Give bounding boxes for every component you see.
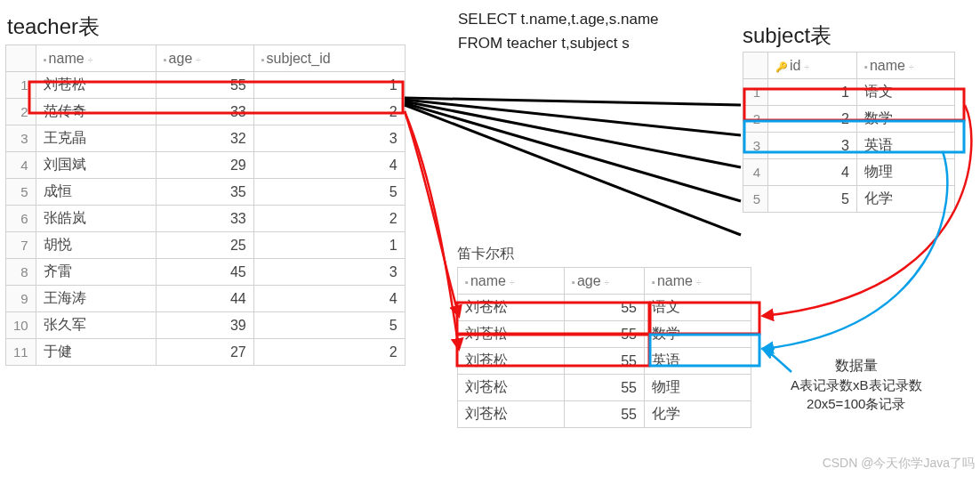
table-header-row: 🔑id÷ ▪name÷: [743, 53, 955, 79]
join-line: [405, 98, 741, 105]
table-row: 1刘苍松551: [6, 72, 406, 99]
join-line: [405, 103, 741, 201]
data-volume-line2: 20x5=100条记录: [791, 394, 922, 413]
teacher-table-title: teacher表: [7, 12, 100, 41]
table-row: 刘苍松55物理: [458, 375, 751, 401]
col-header-age: ▪age÷: [156, 45, 253, 72]
join-line: [405, 101, 741, 167]
sql-line-1: SELECT t.name,t.age,s.name: [458, 7, 659, 31]
join-line: [405, 100, 741, 135]
data-volume-line1: A表记录数xB表记录数: [791, 376, 922, 394]
table-row: 22数学: [743, 106, 955, 133]
arrow-red-to-product1: [405, 111, 459, 316]
table-row: 刘苍松55数学: [458, 321, 751, 348]
sql-line-2: FROM teacher t,subject s: [458, 31, 659, 55]
cartesian-product-title: 笛卡尔积: [457, 245, 514, 263]
table-row: 11于健272: [6, 339, 406, 366]
table-row: 10张久军395: [6, 312, 406, 339]
table-header-row: ▪name÷ ▪age÷ ▪name÷: [458, 268, 751, 295]
table-header-row: ▪name÷ ▪age÷ ▪subject_id: [6, 45, 406, 72]
table-row: 11语文: [743, 79, 955, 106]
join-line: [405, 105, 741, 235]
col-header-name: ▪name÷: [36, 45, 156, 72]
sql-statement: SELECT t.name,t.age,s.name FROM teacher …: [458, 7, 659, 55]
table-row: 33英语: [743, 133, 955, 159]
table-row: 9王海涛444: [6, 286, 406, 312]
col-header-id: 🔑id÷: [768, 53, 857, 79]
table-row: 3王克晶323: [6, 125, 406, 152]
table-row: 5成恒355: [6, 179, 406, 206]
subject-table-title: subject表: [743, 21, 831, 50]
table-row: 刘苍松55语文: [458, 295, 751, 321]
table-row: 8齐雷453: [6, 259, 406, 286]
table-row: 4刘国斌294: [6, 152, 406, 179]
teacher-table: ▪name÷ ▪age÷ ▪subject_id 1刘苍松551 2范传奇332…: [5, 44, 406, 366]
col-header-subject-id: ▪subject_id: [253, 45, 405, 72]
watermark: CSDN @今天你学Java了吗: [823, 456, 975, 472]
table-row: 55化学: [743, 186, 955, 213]
table-row: 6张皓岚332: [6, 206, 406, 232]
col-header-name: ▪name÷: [458, 268, 565, 295]
subject-table: 🔑id÷ ▪name÷ 11语文 22数学 33英语 44物理 55化学: [743, 52, 955, 213]
col-header-name: ▪name÷: [857, 53, 955, 79]
arrow-red-to-product2: [405, 111, 459, 349]
table-row: 2范传奇332: [6, 99, 406, 125]
table-row: 44物理: [743, 159, 955, 186]
cartesian-product-table: ▪name÷ ▪age÷ ▪name÷ 刘苍松55语文 刘苍松55数学 刘苍松5…: [457, 267, 751, 428]
table-row: 刘苍松55英语: [458, 348, 751, 375]
data-volume-note: 数据量 A表记录数xB表记录数 20x5=100条记录: [791, 356, 922, 413]
col-header-age: ▪age÷: [565, 268, 645, 295]
col-header-sname: ▪name÷: [645, 268, 751, 295]
data-volume-title: 数据量: [791, 356, 922, 376]
arrow-blue-note-to-product: [763, 349, 791, 372]
table-row: 刘苍松55化学: [458, 401, 751, 428]
table-row: 7胡悦251: [6, 232, 406, 259]
